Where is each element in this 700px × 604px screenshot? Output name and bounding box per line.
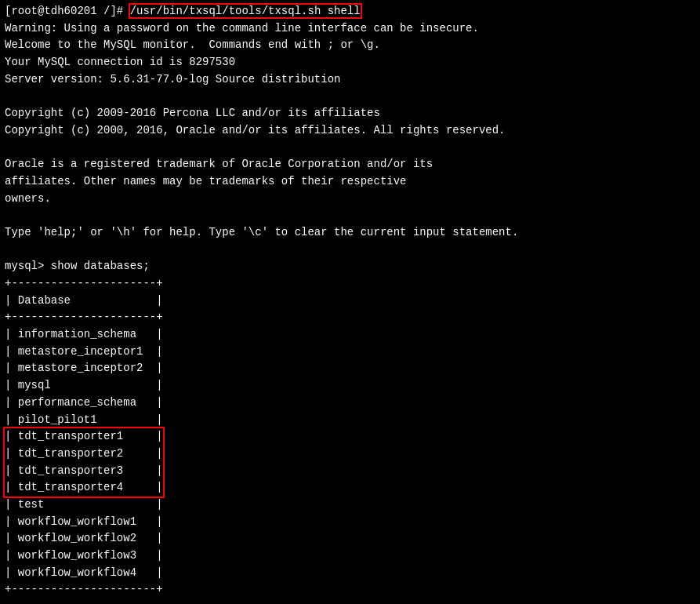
welcome-line: Welcome to the MySQL monitor. Commands e… — [5, 37, 695, 54]
oracle-line-2: affiliates. Other names may be trademark… — [5, 173, 695, 191]
table-row-info-schema: | information_schema | — [5, 326, 695, 344]
help-line: Type 'help;' or '\h' for help. Type '\c'… — [5, 224, 695, 242]
table-row-pilot: | pilot_pilot1 | — [5, 412, 695, 429]
copyright-line-2: Copyright (c) 2000, 2016, Oracle and/or … — [5, 122, 695, 140]
table-row-workflow2: | workflow_workflow2 | — [5, 530, 695, 548]
connection-line: Your MySQL connection id is 8297530 — [5, 54, 695, 71]
table-row-mysql: | mysql | — [5, 377, 695, 395]
blank-3 — [5, 207, 695, 224]
table-row-metastore1: | metastore_inceptor1 | — [5, 344, 695, 361]
prompt-prefix: [root@tdh60201 /]# — [5, 5, 130, 17]
table-row-workflow4: | workflow_workflow4 | — [5, 565, 695, 582]
terminal-window: [root@tdh60201 /]# /usr/bin/txsql/tools/… — [5, 3, 695, 599]
oracle-line-3: owners. — [5, 191, 695, 208]
command-line: [root@tdh60201 /]# /usr/bin/txsql/tools/… — [5, 3, 695, 20]
warning-line: Warning: Using a password on the command… — [5, 20, 695, 38]
table-highlighted-rows: | tdt_transporter1 || tdt_transporter2 |… — [5, 428, 695, 497]
table-row-metastore2: | metastore_inceptor2 | — [5, 360, 695, 377]
blank-1 — [5, 88, 695, 105]
table-row-workflow3: | workflow_workflow3 | — [5, 548, 695, 565]
table-row-workflow1: | workflow_workflow1 | — [5, 514, 695, 531]
copyright-line-1: Copyright (c) 2009-2016 Percona LLC and/… — [5, 105, 695, 122]
command-highlight: /usr/bin/txsql/tools/txsql.sh shell — [130, 5, 361, 17]
blank-2 — [5, 140, 695, 157]
table-header: | Database | — [5, 293, 695, 310]
table-border-bottom: +----------------------+ — [5, 581, 695, 599]
server-version-line: Server version: 5.6.31-77.0-log Source d… — [5, 71, 695, 89]
table-row-perf-schema: | performance_schema | — [5, 395, 695, 412]
table-border-top: +----------------------+ — [5, 275, 695, 293]
table-border-header: +----------------------+ — [5, 309, 695, 326]
blank-4 — [5, 242, 695, 259]
oracle-line-1: Oracle is a registered trademark of Orac… — [5, 156, 695, 173]
mysql-command-line: mysql> show databases; — [5, 258, 695, 275]
table-row-test: | test | — [5, 497, 695, 514]
